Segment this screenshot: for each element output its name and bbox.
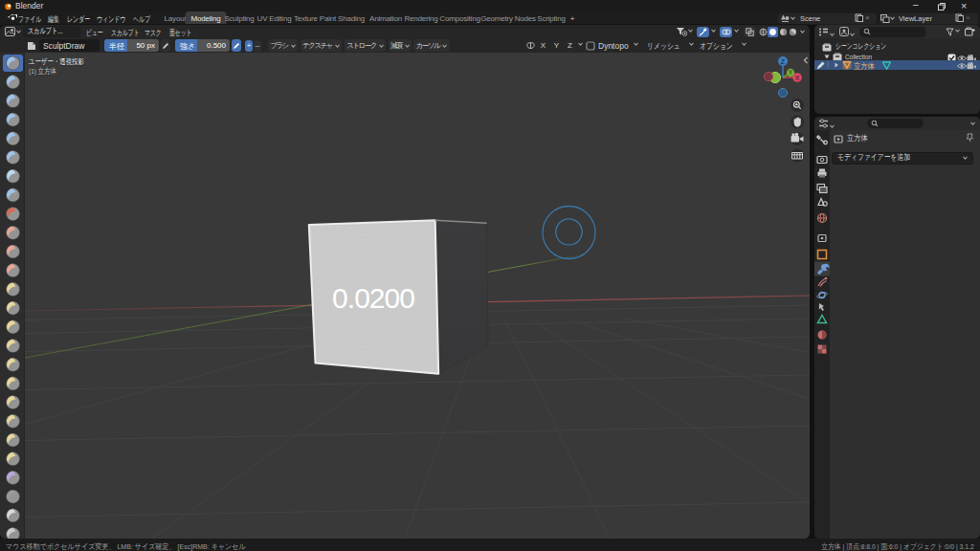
svg-text:X: X <box>795 75 800 81</box>
svg-text:Y: Y <box>789 69 793 76</box>
svg-text:0.0200: 0.0200 <box>332 282 414 314</box>
svg-text:Z: Z <box>781 58 786 65</box>
